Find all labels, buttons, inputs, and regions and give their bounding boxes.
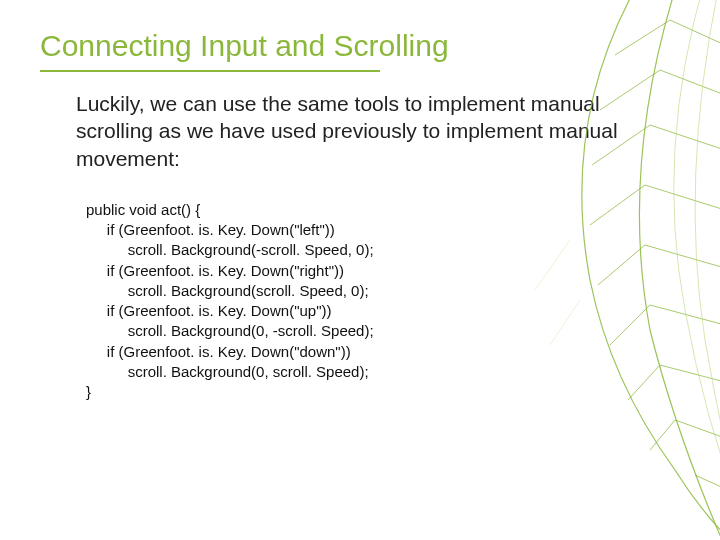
code-block: public void act() { if (Greenfoot. is. K…	[86, 200, 680, 403]
page-title: Connecting Input and Scrolling	[40, 28, 680, 64]
slide: Connecting Input and Scrolling Luckily, …	[0, 0, 720, 540]
body-paragraph: Luckily, we can use the same tools to im…	[76, 90, 650, 172]
title-underline	[40, 70, 380, 72]
